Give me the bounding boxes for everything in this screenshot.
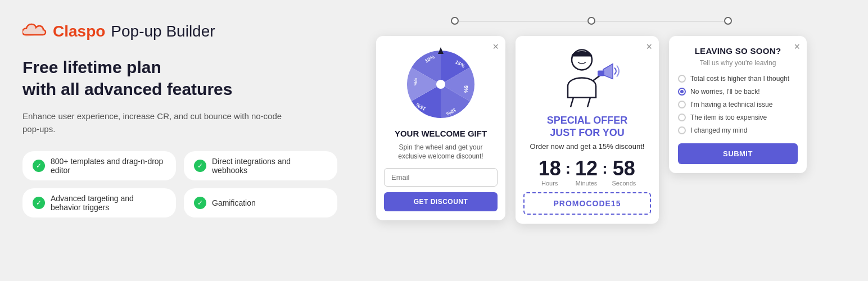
- svg-point-6: [436, 80, 445, 89]
- popup-wheel-close[interactable]: ×: [492, 42, 499, 52]
- wheel-title: YOUR WELCOME GIFT: [376, 128, 505, 143]
- radio-label-expensive: The item is too expensive: [690, 114, 767, 121]
- popup-offer-close[interactable]: ×: [646, 42, 652, 52]
- check-icon-templates: ✓: [33, 160, 45, 172]
- progress-dot-2: [587, 17, 595, 25]
- check-icon-integrations: ✓: [194, 160, 206, 172]
- radio-circle-technical: [678, 101, 686, 108]
- logo-area: Claspo Pop-up Builder: [22, 22, 337, 40]
- offer-title: SPECIAL OFFERJUST FOR YOU: [516, 115, 659, 142]
- offer-illustration-svg: [548, 43, 627, 110]
- radio-item-technical[interactable]: I'm having a technical issue: [678, 101, 798, 108]
- radio-circle-expensive: [678, 114, 686, 121]
- wheel-svg: 15% 5% 10% 15% %5: [401, 45, 480, 124]
- svg-text:5%: 5%: [463, 85, 469, 93]
- progress-line-1: [459, 21, 587, 21]
- radio-item-mind[interactable]: I changed my mind: [678, 126, 798, 134]
- offer-subtitle: Order now and get a 15% discount!: [516, 142, 659, 158]
- progress-dot-3: [724, 17, 732, 25]
- offer-illustration: [516, 36, 659, 115]
- popup-exit-close[interactable]: ×: [794, 42, 800, 52]
- feature-gamification: ✓ Gamification: [184, 188, 337, 217]
- countdown-minutes-block: 12 Minutes: [575, 158, 598, 187]
- svg-marker-7: [438, 47, 444, 54]
- radio-label-technical: I'm having a technical issue: [690, 101, 772, 108]
- exit-submit-button[interactable]: SUBMIT: [678, 143, 798, 164]
- wheel-email-input[interactable]: [384, 168, 498, 187]
- feature-templates-label: 800+ templates and drag-n-drop editor: [51, 157, 166, 175]
- countdown-minutes: 12: [575, 158, 598, 179]
- exit-title: LEAVING SO SOON?: [678, 46, 798, 56]
- popup-offer: ×: [516, 36, 659, 224]
- right-section: × 15% 5% 10%: [337, 17, 846, 224]
- logo-name: Claspo: [53, 22, 105, 40]
- features-grid: ✓ 800+ templates and drag-n-drop editor …: [22, 151, 337, 217]
- popups-row: × 15% 5% 10%: [376, 36, 807, 224]
- countdown-seconds: 58: [613, 158, 635, 179]
- logo-subtitle: Pop-up Builder: [111, 22, 215, 40]
- countdown-sep-1: :: [566, 161, 571, 184]
- radio-item-back[interactable]: No worries, I'll be back!: [678, 88, 798, 96]
- progress-bar: [451, 17, 732, 25]
- wheel-get-discount-button[interactable]: GET DISCOUNT: [384, 192, 498, 211]
- countdown-hours-label: Hours: [541, 180, 558, 187]
- page-description: Enhance user experience, increase CR, an…: [22, 110, 292, 135]
- radio-label-back: No worries, I'll be back!: [690, 88, 760, 96]
- svg-rect-9: [598, 71, 604, 76]
- page-wrapper: Claspo Pop-up Builder Free lifetime plan…: [0, 0, 868, 281]
- countdown-minutes-label: Minutes: [576, 180, 598, 187]
- radio-label-cost: Total cost is higher than I thought: [690, 75, 789, 83]
- countdown-row: 18 Hours : 12 Minutes : 58 Seconds: [516, 158, 659, 187]
- wheel-subtitle: Spin the wheel and get your exclusive we…: [376, 143, 505, 169]
- left-section: Claspo Pop-up Builder Free lifetime plan…: [22, 17, 337, 217]
- radio-circle-mind: [678, 126, 686, 134]
- countdown-hours: 18: [539, 158, 561, 179]
- countdown-hours-block: 18 Hours: [539, 158, 561, 187]
- radio-item-expensive[interactable]: The item is too expensive: [678, 114, 798, 121]
- countdown-seconds-block: 58 Seconds: [612, 158, 636, 187]
- promo-code-box: PROMOCODE15: [523, 192, 651, 215]
- check-icon-gamification: ✓: [194, 197, 206, 209]
- page-headline: Free lifetime planwith all advanced feat…: [22, 56, 337, 100]
- progress-line-2: [595, 21, 724, 21]
- feature-integrations-label: Direct integrations and webhooks: [212, 157, 327, 175]
- feature-integrations: ✓ Direct integrations and webhooks: [184, 151, 337, 180]
- exit-subtitle: Tell us why you're leaving: [678, 59, 798, 67]
- feature-gamification-label: Gamification: [212, 198, 256, 207]
- feature-targeting-label: Advanced targeting and behavior triggers: [51, 194, 166, 212]
- popup-wheel: × 15% 5% 10%: [376, 36, 505, 220]
- countdown-seconds-label: Seconds: [612, 180, 636, 187]
- popup-exit: × LEAVING SO SOON? Tell us why you're le…: [669, 36, 807, 173]
- radio-circle-back: [678, 88, 686, 96]
- feature-templates: ✓ 800+ templates and drag-n-drop editor: [22, 151, 176, 180]
- progress-dot-1: [451, 17, 459, 25]
- feature-targeting: ✓ Advanced targeting and behavior trigge…: [22, 188, 176, 217]
- radio-circle-cost: [678, 75, 686, 83]
- radio-group: Total cost is higher than I thought No w…: [678, 75, 798, 134]
- radio-label-mind: I changed my mind: [690, 126, 747, 134]
- radio-item-cost[interactable]: Total cost is higher than I thought: [678, 75, 798, 83]
- countdown-sep-2: :: [602, 161, 607, 184]
- logo-icon: [22, 23, 47, 40]
- svg-text:%5: %5: [413, 78, 418, 85]
- check-icon-targeting: ✓: [33, 197, 45, 209]
- wheel-container: 15% 5% 10% 15% %5: [376, 36, 505, 128]
